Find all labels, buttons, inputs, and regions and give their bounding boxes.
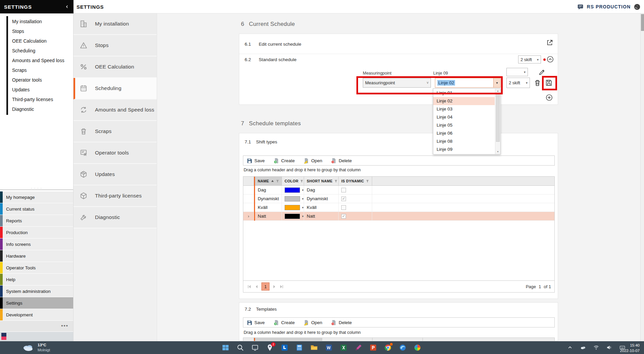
sidebar-item-info-screens[interactable]: Info screens: [0, 238, 73, 250]
column-header-is-dynamic[interactable]: IS DYNAMIC: [339, 177, 372, 185]
column-header-short-name[interactable]: SHORT NAME: [304, 177, 339, 185]
dropdown-option-linje-08[interactable]: Linje 08: [433, 137, 495, 145]
sidebar-item-updates[interactable]: Updates: [8, 85, 73, 95]
filter-icon[interactable]: [366, 179, 369, 183]
combobox-dropdown-button[interactable]: ▾: [493, 78, 500, 87]
scrollbar-thumb[interactable]: [641, 14, 644, 31]
sidebar-item-settings[interactable]: Settings: [0, 297, 73, 309]
sidebar-item-hardware[interactable]: Hardware: [0, 250, 73, 262]
cell-short-name[interactable]: Dag: [304, 186, 339, 194]
nav-item-amounts-and-speed-loss[interactable]: Amounts and Speed loss: [73, 99, 157, 121]
collapse-section-button[interactable]: [546, 55, 554, 63]
table-row-natt[interactable]: ›Natt▾Natt✓: [243, 212, 554, 221]
create-button[interactable]: Create: [274, 158, 295, 164]
pinned-app-pin[interactable]: 2: [266, 344, 274, 352]
filter-icon[interactable]: [276, 179, 279, 183]
pinned-app-calculator[interactable]: [295, 344, 303, 352]
sidebar-splitter[interactable]: · · · ·: [0, 186, 73, 190]
dropdown-option-linje-03[interactable]: Linje 03: [433, 105, 495, 113]
column-header-color[interactable]: COLOR: [282, 177, 304, 185]
color-swatch[interactable]: [285, 187, 300, 193]
excel-icon[interactable]: [340, 344, 348, 352]
measuringpoint-select[interactable]: Measuringpoint˅: [363, 78, 431, 88]
globe-icon[interactable]: [634, 3, 641, 10]
cell-short-name[interactable]: Kväll: [304, 203, 339, 212]
chevron-down-icon[interactable]: ▾: [302, 188, 304, 192]
save-button[interactable]: Save: [247, 158, 265, 164]
nav-item-operator-tools[interactable]: Operator tools: [73, 142, 157, 164]
prev-page-icon[interactable]: [254, 284, 259, 289]
cell-color[interactable]: ▾: [282, 186, 304, 194]
app-sphere-icon[interactable]: [413, 344, 422, 352]
nav-item-scraps[interactable]: Scraps: [73, 121, 157, 142]
nav-item-third-party-licenses[interactable]: Third-party licenses: [73, 185, 157, 207]
scroll-up-icon[interactable]: ▲: [495, 89, 500, 93]
cell-name[interactable]: Dag: [255, 186, 282, 194]
is-dynamic-checkbox[interactable]: [341, 205, 346, 210]
wifi-icon[interactable]: [593, 345, 599, 350]
is-dynamic-checkbox[interactable]: [341, 188, 346, 192]
sidebar-item-operator-tools[interactable]: Operator tools: [8, 75, 73, 85]
next-page-icon[interactable]: [272, 284, 277, 289]
sidebar-item-scheduling[interactable]: Scheduling: [8, 46, 73, 56]
nav-item-diagnostic[interactable]: Diagnostic: [73, 207, 157, 228]
dropdown-option-linje-01[interactable]: Linje 01: [433, 89, 495, 97]
onedrive-cloud-icon[interactable]: [580, 345, 586, 350]
sidebar-item-system-administration[interactable]: System administration: [0, 285, 73, 297]
column-header-name[interactable]: NAME: [255, 177, 282, 185]
sidebar-item-development[interactable]: Development: [0, 309, 73, 320]
sidebar-item-my-homepage[interactable]: My homepage: [0, 191, 73, 203]
chevron-down-icon[interactable]: ▾: [302, 206, 304, 209]
is-dynamic-checkbox[interactable]: ✓: [341, 196, 346, 201]
cell-name[interactable]: Natt: [255, 212, 282, 220]
table-row-dynamiskt[interactable]: Dynamiskt▾Dynamiskt✓: [243, 194, 554, 203]
delete-button[interactable]: [534, 79, 541, 87]
nav-item-oee-calculation[interactable]: OEE Calculation: [73, 56, 157, 78]
sidebar-item-help[interactable]: Help: [0, 274, 73, 285]
search-icon[interactable]: [236, 344, 244, 352]
sidebar-item-diagnostic[interactable]: Diagnostic: [8, 104, 73, 114]
chevron-down-icon[interactable]: ▾: [302, 215, 304, 218]
open-button[interactable]: Open: [303, 320, 322, 325]
powerpoint-icon[interactable]: [369, 344, 377, 352]
delete-button[interactable]: Delete: [331, 320, 352, 325]
cell-color[interactable]: ▾: [282, 194, 304, 203]
messages-icon[interactable]: [577, 3, 584, 10]
volume-icon[interactable]: [606, 345, 612, 350]
cell-name[interactable]: Kväll: [255, 203, 282, 212]
dropdown-option-linje-06[interactable]: Linje 06: [433, 129, 495, 137]
sidebar-item-amounts-and-speed-loss[interactable]: Amounts and Speed loss: [8, 56, 73, 65]
create-button[interactable]: Create: [274, 320, 295, 325]
nav-item-updates[interactable]: Updates: [73, 164, 157, 185]
sidebar-item-operator-tools[interactable]: Operator Tools: [0, 262, 73, 273]
shift-type-select[interactable]: 2 skift▾: [518, 55, 541, 63]
open-external-icon[interactable]: [546, 39, 553, 46]
save-button[interactable]: [545, 79, 553, 87]
filter-icon[interactable]: [334, 179, 338, 183]
add-button[interactable]: [545, 94, 553, 101]
sidebar-item-stops[interactable]: Stops: [8, 27, 73, 36]
sidebar-header[interactable]: SETTINGS: [0, 0, 73, 13]
dropdown-option-linje-02[interactable]: Linje 02: [433, 97, 495, 105]
cell-short-name[interactable]: Dynamiskt: [304, 194, 339, 203]
edit-button[interactable]: [538, 69, 546, 76]
pen-app-icon[interactable]: [354, 344, 362, 352]
nav-item-my-installation[interactable]: My installation: [73, 13, 157, 35]
cell-color[interactable]: ▾: [282, 203, 304, 212]
scroll-down-icon[interactable]: ▼: [495, 149, 500, 154]
empty-select[interactable]: ▾: [506, 68, 528, 76]
line-combobox[interactable]: Linje 02 ▾: [435, 78, 501, 88]
sidebar-more-button[interactable]: •••: [0, 321, 73, 331]
chevron-down-icon[interactable]: ▾: [302, 197, 304, 201]
collapse-sidebar-icon[interactable]: [65, 4, 69, 9]
start-button[interactable]: [221, 344, 230, 352]
pinned-app-l[interactable]: [281, 344, 289, 352]
word-icon[interactable]: [325, 344, 333, 352]
edge-icon[interactable]: [399, 344, 407, 352]
sidebar-item-production[interactable]: Production: [0, 227, 73, 238]
table-row-kv-ll[interactable]: Kväll▾Kväll: [243, 203, 554, 212]
sidebar-item-oee-calculation[interactable]: OEE Calculation: [8, 36, 73, 46]
last-page-icon[interactable]: [279, 284, 284, 289]
sidebar-item-my-installation[interactable]: My installation: [8, 17, 73, 27]
is-dynamic-checkbox[interactable]: ✓: [341, 214, 346, 219]
